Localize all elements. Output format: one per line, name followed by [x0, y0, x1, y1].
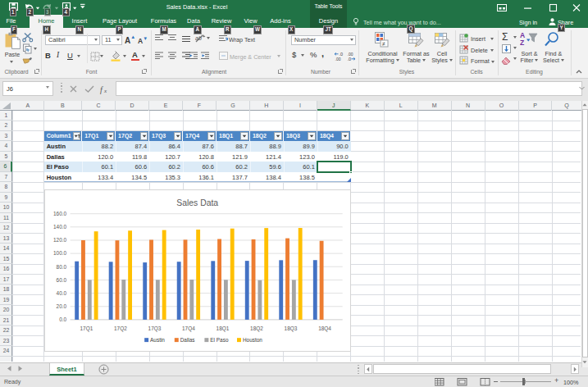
svg-text:Austin: Austin — [150, 337, 165, 343]
svg-text:140.0: 140.0 — [53, 224, 66, 230]
svg-text:17Q2: 17Q2 — [114, 326, 127, 332]
svg-text:El Paso: El Paso — [210, 337, 229, 343]
svg-text:20.0: 20.0 — [57, 303, 67, 309]
svg-text:≠: ≠ — [382, 41, 385, 47]
svg-text:80.0: 80.0 — [57, 264, 67, 270]
svg-text:17Q3: 17Q3 — [148, 326, 162, 332]
svg-text:18Q4: 18Q4 — [318, 326, 331, 332]
svg-text:.0: .0 — [348, 57, 352, 61]
svg-text:18Q3: 18Q3 — [285, 326, 298, 332]
svg-text:18Q2: 18Q2 — [250, 326, 263, 332]
svg-text:100.0: 100.0 — [53, 250, 66, 256]
svg-text:Houston: Houston — [243, 337, 262, 343]
svg-text:f: f — [100, 85, 103, 94]
svg-text:40.0: 40.0 — [57, 290, 67, 296]
svg-text:ab: ab — [195, 35, 202, 41]
svg-text:17Q4: 17Q4 — [182, 326, 195, 332]
svg-text:160.0: 160.0 — [53, 211, 66, 216]
svg-text:Dallas: Dallas — [180, 337, 195, 343]
svg-text:Sales Data: Sales Data — [176, 198, 218, 207]
svg-text:Z: Z — [520, 39, 524, 47]
svg-text:0.0: 0.0 — [59, 316, 66, 322]
svg-text:17Q1: 17Q1 — [80, 326, 93, 332]
svg-text:.00: .00 — [335, 57, 341, 61]
svg-text:60.0: 60.0 — [57, 277, 67, 283]
svg-text:x: x — [103, 88, 107, 94]
svg-text:120.0: 120.0 — [53, 237, 66, 243]
svg-text:18Q1: 18Q1 — [217, 326, 230, 332]
